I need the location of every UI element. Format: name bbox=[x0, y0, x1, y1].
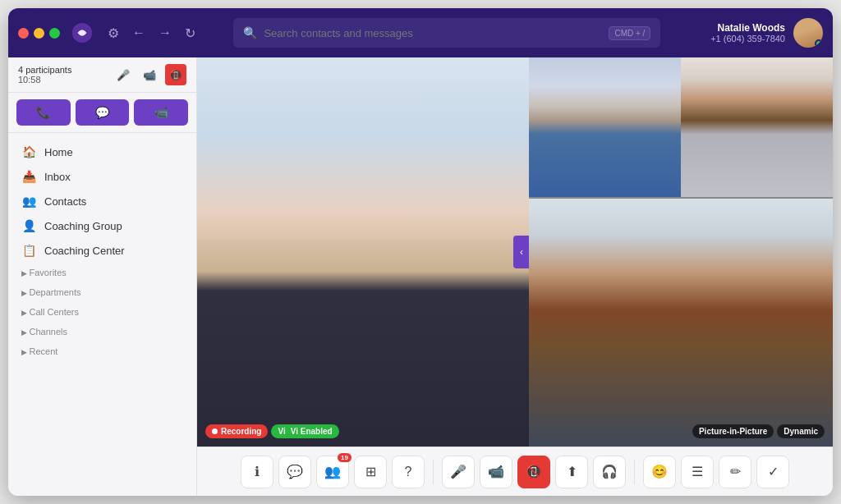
main-video: Recording Vi Vi Enabled ‹ bbox=[197, 57, 529, 447]
collapse-sidebar-button[interactable]: ‹ bbox=[513, 236, 529, 268]
call-time: 10:58 bbox=[18, 75, 71, 85]
grid-button[interactable]: ⊞ bbox=[354, 456, 387, 488]
nav-section-departments[interactable]: Departments bbox=[8, 282, 196, 302]
refresh-icon[interactable]: ↻ bbox=[182, 22, 199, 44]
end-call-button[interactable]: 📵 bbox=[517, 456, 550, 488]
call-controls: 🎤 📹 📵 bbox=[113, 64, 186, 85]
top-video-row bbox=[529, 57, 833, 197]
sidebar-item-coaching-group-label: Coaching Group bbox=[44, 220, 122, 232]
bottom-toolbar: ℹ 💬 👥 19 ⊞ ? 🎤 📹 📵 ⬆ 🎧 😊 ☰ ✏ ✓ bbox=[197, 447, 833, 496]
right-videos: Picture-in-Picture Dynamic bbox=[529, 57, 833, 447]
mic-button[interactable]: 🎤 bbox=[442, 456, 475, 488]
video-ctrl-button[interactable]: 📹 bbox=[139, 64, 160, 85]
chat-toolbar-button[interactable]: 💬 bbox=[278, 456, 311, 488]
status-indicator bbox=[815, 39, 823, 48]
pip-badge-container: Picture-in-Picture Dynamic bbox=[692, 424, 825, 438]
phone-action-button[interactable]: 📞 bbox=[16, 99, 71, 126]
app-logo bbox=[70, 21, 94, 45]
nav-section-channels[interactable]: Channels bbox=[8, 322, 196, 341]
back-icon[interactable]: ← bbox=[129, 22, 149, 44]
nav-menu: 🏠 Home 📥 Inbox 👥 Contacts 👤 Coaching Gro… bbox=[8, 133, 196, 496]
emoji-button[interactable]: 😊 bbox=[643, 456, 676, 488]
video-cell-top-left bbox=[529, 57, 681, 197]
app-window: ⚙ ← → ↻ 🔍 CMD + / Natalie Woods +1 (604)… bbox=[8, 8, 833, 496]
call-status: 4 participants 10:58 🎤 📹 📵 bbox=[8, 57, 196, 93]
toolbar-divider-1 bbox=[433, 460, 434, 484]
nav-section-call-centers[interactable]: Call Centers bbox=[8, 302, 196, 322]
pip-badge: Picture-in-Picture bbox=[692, 424, 774, 438]
main-video-feed bbox=[197, 57, 529, 447]
info-button[interactable]: ℹ bbox=[241, 456, 273, 488]
sidebar-item-inbox[interactable]: 📥 Inbox bbox=[8, 164, 196, 189]
settings-icon[interactable]: ⚙ bbox=[104, 22, 122, 44]
share-screen-button[interactable]: ⬆ bbox=[555, 456, 588, 488]
sidebar: 4 participants 10:58 🎤 📹 📵 📞 💬 📹 🏠 Home bbox=[8, 57, 197, 496]
user-text: Natalie Woods +1 (604) 359-7840 bbox=[710, 22, 785, 44]
approve-button[interactable]: ✓ bbox=[756, 456, 789, 488]
contacts-icon: 👥 bbox=[21, 195, 36, 208]
home-icon: 🏠 bbox=[21, 145, 36, 158]
edit-button[interactable]: ✏ bbox=[719, 456, 751, 488]
search-icon: 🔍 bbox=[243, 26, 257, 39]
user-name: Natalie Woods bbox=[710, 22, 785, 34]
close-button[interactable] bbox=[18, 28, 29, 39]
titlebar: ⚙ ← → ↻ 🔍 CMD + / Natalie Woods +1 (604)… bbox=[8, 8, 833, 57]
inbox-icon: 📥 bbox=[21, 170, 36, 183]
coaching-center-icon: 📋 bbox=[21, 244, 36, 257]
traffic-lights bbox=[18, 28, 60, 39]
help-button[interactable]: ? bbox=[392, 456, 425, 488]
maximize-button[interactable] bbox=[49, 28, 60, 39]
video-feed-top-left bbox=[529, 57, 681, 197]
video-action-button[interactable]: 📹 bbox=[134, 99, 188, 126]
search-shortcut: CMD + / bbox=[609, 26, 650, 40]
main-content: 4 participants 10:58 🎤 📹 📵 📞 💬 📹 🏠 Home bbox=[8, 57, 833, 496]
sidebar-item-coaching-center-label: Coaching Center bbox=[44, 245, 125, 257]
nav-section-favorites[interactable]: Favorites bbox=[8, 263, 196, 282]
sidebar-item-coaching-group[interactable]: 👤 Coaching Group bbox=[8, 213, 196, 238]
camera-toolbar-button[interactable]: 📹 bbox=[480, 456, 512, 488]
recording-badge-container: Recording Vi Vi Enabled bbox=[205, 424, 339, 438]
video-area: Recording Vi Vi Enabled ‹ bbox=[197, 57, 833, 496]
sidebar-item-inbox-label: Inbox bbox=[44, 171, 71, 183]
sidebar-item-contacts-label: Contacts bbox=[44, 195, 86, 208]
search-input[interactable] bbox=[264, 27, 602, 39]
participants-count: 4 participants bbox=[18, 65, 71, 75]
sidebar-item-home-label: Home bbox=[44, 146, 73, 158]
user-phone: +1 (604) 359-7840 bbox=[710, 34, 785, 44]
video-cell-top-right bbox=[681, 57, 833, 197]
sidebar-item-contacts[interactable]: 👥 Contacts bbox=[8, 189, 196, 213]
forward-icon[interactable]: → bbox=[155, 22, 175, 44]
end-call-ctrl-button[interactable]: 📵 bbox=[165, 64, 186, 85]
user-info: Natalie Woods +1 (604) 359-7840 bbox=[710, 18, 823, 48]
recording-badge: Recording bbox=[205, 424, 268, 438]
video-feed-bottom bbox=[529, 199, 833, 447]
dynamic-badge: Dynamic bbox=[777, 424, 825, 438]
vi-badge: Vi Vi Enabled bbox=[271, 424, 338, 438]
toolbar-divider-2 bbox=[634, 460, 635, 484]
more-options-button[interactable]: ☰ bbox=[681, 456, 714, 488]
nav-icons: ⚙ ← → ↻ bbox=[104, 22, 199, 44]
sidebar-item-coaching-center[interactable]: 📋 Coaching Center bbox=[8, 238, 196, 263]
avatar[interactable] bbox=[793, 18, 823, 48]
rec-dot bbox=[212, 428, 218, 434]
sidebar-item-home[interactable]: 🏠 Home bbox=[8, 140, 196, 164]
video-grid: Recording Vi Vi Enabled ‹ bbox=[197, 57, 833, 447]
search-bar[interactable]: 🔍 CMD + / bbox=[233, 18, 660, 48]
nav-section-recent[interactable]: Recent bbox=[8, 341, 196, 361]
coaching-group-icon: 👤 bbox=[21, 219, 36, 232]
audio-button[interactable]: 🎧 bbox=[593, 456, 626, 488]
action-buttons: 📞 💬 📹 bbox=[8, 93, 196, 133]
video-cell-bottom: Picture-in-Picture Dynamic bbox=[529, 199, 833, 447]
mute-button[interactable]: 🎤 bbox=[113, 64, 134, 85]
video-feed-top-right bbox=[681, 57, 833, 197]
chat-action-button[interactable]: 💬 bbox=[76, 99, 130, 126]
minimize-button[interactable] bbox=[34, 28, 44, 39]
participants-badge: 19 bbox=[338, 453, 352, 462]
participants-button[interactable]: 👥 19 bbox=[316, 456, 349, 488]
